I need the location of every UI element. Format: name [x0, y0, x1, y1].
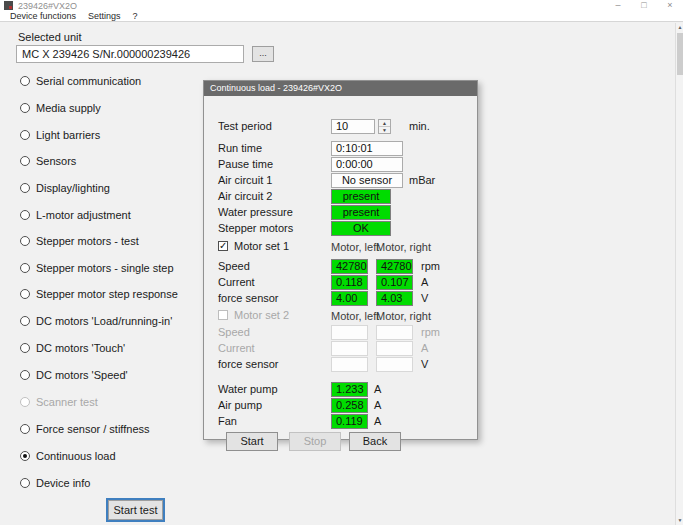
current-left-value: 0.118	[331, 275, 368, 290]
stop-button: Stop	[289, 432, 341, 451]
air-circuit-1-status: No sensor	[331, 173, 403, 188]
force-sensor-unit-2: V	[421, 358, 428, 370]
radio-icon	[20, 424, 30, 434]
close-icon[interactable]: ×	[657, 0, 683, 11]
test-option-force-sensor-stiffness[interactable]: Force sensor / stiffness	[20, 422, 150, 436]
force-sensor-label: force sensor	[218, 292, 279, 304]
start-button[interactable]: Start	[226, 432, 278, 451]
test-option-media-supply[interactable]: Media supply	[20, 101, 101, 115]
spinner-down-icon[interactable]: ▼	[379, 127, 390, 134]
speed-unit-2: rpm	[421, 326, 440, 338]
dialog-titlebar[interactable]: Continuous load - 239426#VX2O	[204, 81, 477, 96]
test-period-input[interactable]: 10	[331, 119, 375, 134]
scroll-up-icon[interactable]: ▲	[676, 23, 683, 32]
test-option-stepper-motor-step-response[interactable]: Stepper motor step response	[20, 287, 178, 301]
radio-icon	[20, 343, 30, 353]
test-period-spinner[interactable]: ▲ ▼	[378, 119, 391, 134]
selected-unit-field[interactable]: MC X 239426 S/Nr.000000239426	[16, 45, 244, 63]
spinner-up-icon[interactable]: ▲	[379, 120, 390, 127]
test-option-dc-motors-speed[interactable]: DC motors 'Speed'	[20, 368, 128, 382]
window-title: 239426#VX2O	[18, 1, 77, 11]
radio-icon	[20, 183, 30, 193]
run-time-label: Run time	[218, 142, 262, 154]
app-icon	[4, 1, 13, 10]
air-circuit-1-label: Air circuit 1	[218, 174, 272, 186]
fan-value: 0.119	[331, 414, 368, 429]
browse-unit-button[interactable]: ...	[252, 46, 274, 62]
air-circuit-2-label: Air circuit 2	[218, 190, 272, 202]
current-label-2: Current	[218, 342, 255, 354]
test-option-sensors[interactable]: Sensors	[20, 154, 76, 168]
motor-right-header-2: Motor, right	[376, 310, 431, 322]
scroll-down-icon[interactable]: ▼	[676, 516, 683, 525]
fan-label: Fan	[218, 415, 237, 427]
start-test-button[interactable]: Start test	[108, 500, 163, 520]
test-option-stepper-motors-single-step[interactable]: Stepper motors - single step	[20, 261, 174, 275]
test-option-serial-communication[interactable]: Serial communication	[20, 74, 141, 88]
radio-selected-icon	[20, 451, 30, 461]
radio-icon	[20, 316, 30, 326]
fan-unit: A	[374, 415, 381, 427]
test-option-dc-motors-load[interactable]: DC motors 'Load/running-in'	[20, 314, 172, 328]
menu-help[interactable]: ?	[127, 11, 144, 21]
test-option-device-info[interactable]: Device info	[20, 476, 90, 490]
test-option-light-barriers[interactable]: Light barriers	[20, 128, 100, 142]
stepper-motors-status: OK	[331, 221, 391, 236]
vertical-scrollbar[interactable]: ▲ ▼	[675, 23, 683, 525]
air-pump-value: 0.258	[331, 398, 368, 413]
window-titlebar: 239426#VX2O – □ ×	[0, 0, 683, 11]
water-pump-unit: A	[374, 383, 381, 395]
motor-left-header-2: Motor, left	[331, 310, 379, 322]
current-right-value-2	[376, 341, 413, 356]
motor-left-header: Motor, left	[331, 241, 379, 253]
force-sensor-right-value: 4.03	[376, 291, 413, 306]
minimize-icon[interactable]: –	[605, 0, 631, 11]
test-period-unit: min.	[409, 120, 430, 132]
water-pressure-status: present	[331, 205, 391, 220]
current-label: Current	[218, 276, 255, 288]
speed-right-value-2	[376, 325, 413, 340]
air-circuit-1-unit: mBar	[409, 174, 435, 186]
radio-icon	[20, 130, 30, 140]
radio-icon	[20, 236, 30, 246]
air-circuit-2-status: present	[331, 189, 391, 204]
force-sensor-label-2: force sensor	[218, 358, 279, 370]
scrollbar-thumb[interactable]	[677, 33, 683, 75]
menu-settings[interactable]: Settings	[82, 11, 127, 21]
test-option-continuous-load[interactable]: Continuous load	[20, 449, 116, 463]
radio-icon	[20, 76, 30, 86]
speed-right-value: 42780	[376, 259, 413, 274]
radio-icon	[20, 263, 30, 273]
speed-left-value: 42780	[331, 259, 368, 274]
radio-icon	[20, 397, 30, 407]
current-right-value: 0.107	[376, 275, 413, 290]
pause-time-field: 0:00:00	[331, 157, 403, 172]
test-option-display-lighting[interactable]: Display/lighting	[20, 181, 110, 195]
test-option-stepper-motors-test[interactable]: Stepper motors - test	[20, 234, 139, 248]
motor-right-header: Motor, right	[376, 241, 431, 253]
test-option-dc-motors-touch[interactable]: DC motors 'Touch'	[20, 341, 125, 355]
current-left-value-2	[331, 341, 368, 356]
test-option-scanner-test: Scanner test	[20, 395, 98, 409]
force-sensor-right-value-2	[376, 357, 413, 372]
radio-icon	[20, 210, 30, 220]
force-sensor-unit: V	[421, 292, 428, 304]
current-unit: A	[421, 276, 428, 288]
test-period-label: Test period	[218, 120, 272, 132]
radio-icon	[20, 156, 30, 166]
continuous-load-dialog: Continuous load - 239426#VX2O Test perio…	[203, 80, 478, 440]
back-button[interactable]: Back	[349, 432, 401, 451]
current-unit-2: A	[421, 342, 428, 354]
air-pump-unit: A	[374, 399, 381, 411]
air-pump-label: Air pump	[218, 399, 262, 411]
maximize-icon[interactable]: □	[631, 0, 657, 11]
speed-left-value-2	[331, 325, 368, 340]
radio-icon	[20, 478, 30, 488]
test-option-l-motor-adjustment[interactable]: L-motor adjustment	[20, 208, 131, 222]
radio-icon	[20, 103, 30, 113]
stepper-motors-label: Stepper motors	[218, 222, 293, 234]
motor-set-1-checkbox[interactable]: Motor set 1	[218, 240, 289, 252]
menubar: Device functions Settings ?	[0, 11, 683, 22]
force-sensor-left-value: 4.00	[331, 291, 368, 306]
menu-device-functions[interactable]: Device functions	[0, 11, 82, 21]
